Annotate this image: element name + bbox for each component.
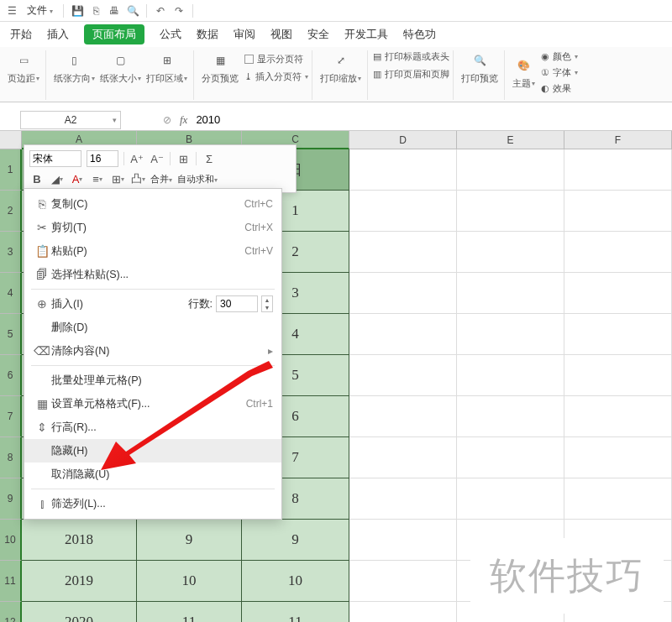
decrease-font-icon[interactable]: A⁻ bbox=[150, 151, 165, 166]
cell[interactable] bbox=[457, 273, 564, 314]
cell[interactable] bbox=[349, 602, 457, 622]
cell[interactable]: 11 bbox=[137, 602, 242, 622]
preview-icon[interactable]: 🔍 bbox=[124, 3, 141, 19]
cell[interactable]: 2019 bbox=[22, 561, 137, 602]
row-header-7[interactable]: 7 bbox=[0, 396, 22, 437]
paper-direction-button[interactable]: ▯ 纸张方向▾ bbox=[51, 50, 97, 85]
tab-features[interactable]: 特色功 bbox=[403, 22, 436, 47]
pagebreak-preview-button[interactable]: ▦ 分页预览 bbox=[199, 50, 241, 85]
menu-batch[interactable]: 批量处理单元格(P) bbox=[24, 368, 281, 392]
row-header-2[interactable]: 2 bbox=[0, 191, 22, 232]
insert-pagebreak-button[interactable]: ⤓插入分页符▾ bbox=[244, 71, 308, 83]
row-count-stepper[interactable]: ▲▼ bbox=[261, 295, 273, 312]
save-icon[interactable]: 💾 bbox=[69, 3, 86, 19]
cell[interactable]: 11 bbox=[242, 602, 349, 622]
cell[interactable] bbox=[349, 191, 457, 232]
increase-font-icon[interactable]: A⁺ bbox=[129, 151, 144, 166]
cell[interactable]: 2018 bbox=[22, 520, 137, 561]
fx-icon[interactable]: fx bbox=[180, 113, 187, 127]
cell[interactable] bbox=[564, 478, 672, 520]
cell[interactable] bbox=[564, 273, 672, 314]
row-header-12[interactable]: 12 bbox=[0, 602, 22, 622]
menu-copy[interactable]: ⎘复制(C)Ctrl+C bbox=[24, 192, 281, 216]
row-header-6[interactable]: 6 bbox=[0, 355, 22, 396]
col-header-E[interactable]: E bbox=[457, 131, 564, 149]
col-header-F[interactable]: F bbox=[564, 131, 672, 149]
cell[interactable]: 9 bbox=[242, 520, 349, 561]
paper-size-button[interactable]: ▢ 纸张大小▾ bbox=[97, 50, 144, 85]
row-count-input[interactable] bbox=[216, 295, 258, 312]
merge-label[interactable]: 合并▾ bbox=[150, 173, 172, 186]
cell[interactable] bbox=[349, 355, 457, 396]
cell[interactable]: 2020 bbox=[22, 602, 137, 622]
cell[interactable] bbox=[457, 191, 564, 232]
cell[interactable] bbox=[564, 149, 672, 191]
row-header-10[interactable]: 10 bbox=[0, 520, 22, 561]
cell[interactable] bbox=[457, 437, 564, 478]
cell[interactable] bbox=[349, 273, 457, 314]
border-icon[interactable]: ⊞▾ bbox=[110, 171, 125, 186]
menu-delete[interactable]: 删除(D) bbox=[24, 316, 281, 339]
print-area-button[interactable]: ⊞ 打印区域▾ bbox=[144, 50, 190, 85]
cell[interactable] bbox=[457, 478, 564, 520]
effects-button[interactable]: ◐效果 bbox=[541, 82, 578, 95]
tab-devtools[interactable]: 开发工具 bbox=[344, 22, 388, 47]
menu-icon[interactable]: ☰ bbox=[3, 3, 20, 19]
bold-icon[interactable]: B bbox=[29, 171, 45, 186]
cell[interactable] bbox=[457, 232, 564, 273]
page-margin-button[interactable]: ▭ 页边距▾ bbox=[5, 50, 42, 85]
cell[interactable] bbox=[457, 396, 564, 437]
menu-row-height[interactable]: ⇕行高(R)... bbox=[24, 416, 281, 439]
tab-security[interactable]: 安全 bbox=[307, 22, 329, 47]
save-as-icon[interactable]: ⎘ bbox=[87, 3, 104, 19]
cell[interactable]: 10 bbox=[137, 561, 242, 602]
tab-home[interactable]: 开始 bbox=[10, 22, 32, 47]
cell[interactable] bbox=[564, 437, 672, 478]
cell[interactable] bbox=[564, 396, 672, 437]
menu-insert[interactable]: ⊕插入(I) 行数:▲▼ bbox=[24, 292, 281, 316]
menu-hide[interactable]: 隐藏(H) bbox=[24, 439, 281, 463]
tab-insert[interactable]: 插入 bbox=[47, 22, 69, 47]
header-footer-button[interactable]: ▥打印页眉和页脚 bbox=[373, 68, 449, 81]
tab-review[interactable]: 审阅 bbox=[234, 22, 255, 47]
cell[interactable] bbox=[564, 314, 672, 355]
cell[interactable] bbox=[349, 396, 457, 437]
print-preview-button[interactable]: 🔍 打印预览 bbox=[459, 50, 501, 85]
row-header-4[interactable]: 4 bbox=[0, 273, 22, 314]
print-icon[interactable]: 🖶 bbox=[106, 3, 123, 19]
undo-icon[interactable]: ↶ bbox=[152, 3, 169, 19]
tab-page-layout[interactable]: 页面布局 bbox=[84, 24, 144, 44]
row-header-9[interactable]: 9 bbox=[0, 478, 22, 520]
redo-icon[interactable]: ↷ bbox=[171, 3, 187, 19]
font-size-input[interactable] bbox=[87, 150, 118, 167]
cell[interactable] bbox=[349, 232, 457, 273]
cell[interactable] bbox=[564, 355, 672, 396]
row-header-3[interactable]: 3 bbox=[0, 232, 22, 273]
cell[interactable] bbox=[564, 232, 672, 273]
tab-formula[interactable]: 公式 bbox=[160, 22, 181, 47]
show-pagebreak-checkbox[interactable]: 显示分页符 bbox=[244, 53, 308, 65]
row-header-5[interactable]: 5 bbox=[0, 314, 22, 355]
format-icon[interactable]: 凸▾ bbox=[130, 171, 145, 186]
cell[interactable] bbox=[457, 314, 564, 355]
cell[interactable] bbox=[349, 520, 457, 561]
fonts-button[interactable]: ①字体▾ bbox=[541, 66, 578, 79]
menu-unhide[interactable]: 取消隐藏(U) bbox=[24, 463, 281, 486]
merge-icon[interactable]: ⊞ bbox=[176, 151, 191, 166]
menu-cut[interactable]: ✂剪切(T)Ctrl+X bbox=[24, 216, 281, 239]
cell[interactable] bbox=[564, 191, 672, 232]
menu-paste-special[interactable]: 🗐选择性粘贴(S)... bbox=[24, 263, 281, 286]
print-titles-button[interactable]: ▤打印标题或表头 bbox=[373, 50, 449, 63]
tab-data[interactable]: 数据 bbox=[197, 22, 218, 47]
col-header-D[interactable]: D bbox=[349, 131, 457, 149]
formula-input[interactable] bbox=[196, 113, 672, 126]
font-name-input[interactable] bbox=[29, 150, 81, 167]
fill-color-icon[interactable]: ◢▾ bbox=[50, 171, 65, 186]
print-scale-button[interactable]: ⤢ 打印缩放▾ bbox=[318, 50, 364, 85]
align-icon[interactable]: ≡▾ bbox=[90, 171, 105, 186]
row-header-1[interactable]: 1 bbox=[0, 149, 22, 191]
cell[interactable]: 10 bbox=[242, 561, 349, 602]
file-menu[interactable]: 文件 ▾ bbox=[22, 2, 58, 19]
tab-view[interactable]: 视图 bbox=[270, 22, 292, 47]
menu-filter[interactable]: ⫿筛选列(L)... bbox=[24, 492, 281, 515]
